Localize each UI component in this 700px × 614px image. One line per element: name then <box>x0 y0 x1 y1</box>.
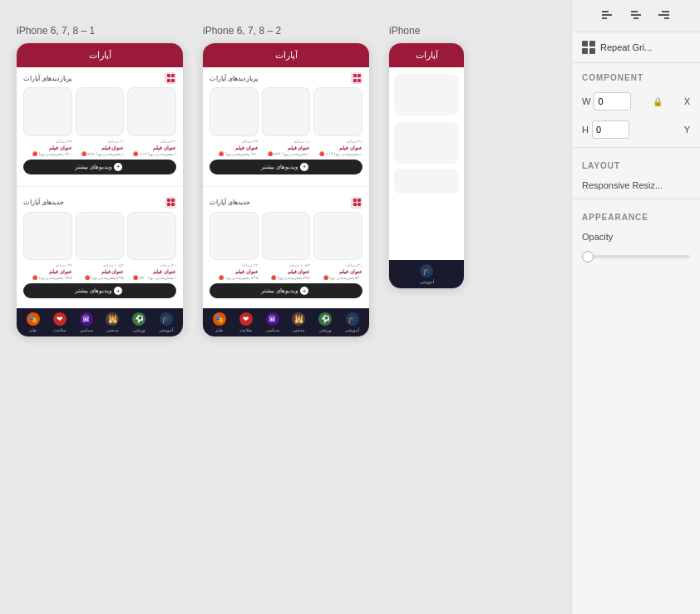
section-title-row-2-2: جدیدهای آپارات <box>210 197 362 209</box>
nav-icon-art-1: 🎭 <box>27 312 40 326</box>
card-episode-2-1-2: ۱۱ دنباله <box>262 139 311 144</box>
panel-w-input[interactable] <box>594 92 631 111</box>
nav-icon-edu-3: 🎓 <box>420 264 433 278</box>
nav-item-2-5[interactable]: ❤ سلامت <box>239 312 253 332</box>
nav-icon-pol-2: 🏛 <box>266 312 279 326</box>
svg-rect-8 <box>664 17 669 19</box>
responsive-resize-label: Responsive Resiz... <box>582 180 663 190</box>
grid-icon-2-1 <box>351 72 362 84</box>
nav-label-pol-1: سیاسی <box>80 327 93 332</box>
opacity-slider[interactable] <box>582 255 690 258</box>
repeat-grid-icon <box>582 41 595 54</box>
panel-w-x-row: W 🔒 X <box>572 87 700 115</box>
phone-label-2: iPhone 6, 7, 8 – 2 <box>203 25 281 37</box>
more-btn-2-1[interactable]: + ویدیوهای بیشتر <box>210 160 362 174</box>
nav-icon-health-2: ❤ <box>239 312 253 326</box>
phones-container: iPhone 6, 7, 8 – 1 آپارات پربازدیدهای آپ… <box>17 17 555 336</box>
card-item-1-1-1: ۳۱ دنباله عنوان فیلم ۱ پخش‌شدن پویا ۶۱۲ … <box>127 87 176 156</box>
card-episode-1-2-1: ۳۱ دنباله <box>127 263 176 268</box>
align-right-icon[interactable] <box>655 7 673 25</box>
section-title-1-2: جدیدهای آپارات <box>23 199 64 206</box>
nav-item-1-5[interactable]: ❤ سلامت <box>53 312 67 332</box>
appearance-section-title: APPEARANCE <box>572 203 700 227</box>
nav-icon-edu-2: 🎓 <box>346 312 359 326</box>
divider-1 <box>17 186 183 187</box>
nav-item-1-1[interactable]: 🎓 آموزشی <box>159 312 173 332</box>
phone-frame-1: آپارات پربازدیدهای آپارات ۳۱ دنباله عنو <box>17 43 183 336</box>
nav-label-art-1: طنز <box>29 327 37 332</box>
opacity-row: Opacity <box>572 227 700 267</box>
section-title-1: پربازدیدهای آپارات <box>23 75 71 82</box>
phone-bottom-nav-1: 🎓 آموزشی ⚽ ورزشی 🕌 مذهبی 🏛 سیاسی <box>17 308 183 336</box>
repeat-grid-btn[interactable]: Repeat Gri... <box>572 32 700 63</box>
plus-icon-1-1: + <box>114 163 122 171</box>
panel-x-group: X <box>684 96 690 106</box>
align-left-icon[interactable] <box>599 7 617 25</box>
nav-item-2-4[interactable]: 🏛 سیاسی <box>266 312 279 332</box>
responsive-resize-row: Responsive Resiz... <box>572 175 700 195</box>
svg-rect-7 <box>658 14 669 16</box>
card-title-1-1-2: عنوان فیلم <box>76 145 125 150</box>
nav-label-pol-2: سیاسی <box>266 327 279 332</box>
card-thumb-1-2-1 <box>127 212 176 261</box>
align-center-icon[interactable] <box>627 7 645 25</box>
panel-x-label: X <box>684 96 690 106</box>
more-btn-2-2[interactable]: + ویدیوهای بیشتر <box>210 283 362 298</box>
card-item-1-1-2: ۱۲ دنباله عنوان فیلم ۱ پخش‌شدن پویا ۵۲۸ … <box>76 87 125 156</box>
card-thumb-1-2-3 <box>23 212 72 261</box>
panel-w-label: W <box>582 96 590 106</box>
panel-h-input[interactable] <box>592 120 629 139</box>
card-episode-1-2-2: ۱۰۵۳ دنباله <box>76 263 125 268</box>
card-item-2-1-3: ۳۲ دنباله عنوان فیلم ۷۲۰ پخش‌شدن پویا 🔴 <box>210 87 259 156</box>
repeat-grid-label: Repeat Gri... <box>600 42 652 52</box>
card-episode-2-1-1: ۳۱ دنباله <box>313 139 362 144</box>
card-item-2-2-3: ۳۲ دنباله عنوان فیلم ۷۴۵ پخش‌شدن پویا 🔴 <box>210 212 259 281</box>
phone-section-2-1: پربازدیدهای آپارات ۳۱ دنباله عنوان فیلم … <box>203 67 369 184</box>
card-meta-1-1-2: ۱ پخش‌شدن پویا ۵۲۸ 🔴 <box>76 151 125 156</box>
layout-section-title: LAYOUT <box>572 151 700 175</box>
nav-item-1-6[interactable]: 🎭 طنز <box>27 312 40 332</box>
nav-icon-edu-1: 🎓 <box>160 312 173 326</box>
panel-divider-1 <box>572 147 700 148</box>
section-title-2-1: پربازدیدهای آپارات <box>210 75 258 82</box>
nav-item-1-4[interactable]: 🏛 سیاسی <box>80 312 93 332</box>
nav-item-2-2[interactable]: ⚽ ورزشی <box>318 312 332 332</box>
more-btn-1-2[interactable]: + ویدیوهای بیشتر <box>23 283 176 298</box>
nav-icon-sport-1: ⚽ <box>132 312 145 326</box>
nav-icon-health-1: ❤ <box>53 312 67 326</box>
card-meta-1-1-1: ۱ پخش‌شدن پویا ۶۱۲ 🔴 <box>127 151 176 156</box>
nav-item-2-1[interactable]: 🎓 آموزشی <box>345 312 359 332</box>
lock-icon[interactable]: 🔒 <box>653 97 663 106</box>
card-episode-2-2-3: ۳۲ دنباله <box>210 263 259 268</box>
card-title-1-2-2: عنوان فیلم <box>76 268 125 274</box>
phone-frame-1-wrapper: iPhone 6, 7, 8 – 1 آپارات پربازدیدهای آپ… <box>17 25 183 336</box>
section-title-row-1-2: جدیدهای آپارات <box>23 197 176 209</box>
card-meta-2-2-1: ۵۲۰ پخش‌شدن پویا 🔴 <box>313 275 362 280</box>
cards-row-1-2: ۳۱ دنباله عنوان فیلم ۱ پخش‌شدن پویا ۵۲۰ … <box>23 212 176 281</box>
panel-divider-2 <box>572 199 700 199</box>
more-btn-1-1[interactable]: + ویدیوهای بیشتر <box>23 160 176 174</box>
nav-item-1-3[interactable]: 🕌 مذهبی <box>106 312 119 332</box>
nav-icon-art-2: 🎭 <box>213 312 226 326</box>
nav-item-1-2[interactable]: ⚽ ورزشی <box>132 312 145 332</box>
nav-label-rel-2: مذهبی <box>293 327 305 332</box>
svg-rect-4 <box>631 14 641 16</box>
card-item-1-2-3: ۳۲ دنباله عنوان فیلم ۷۴۵ پخش‌شدن پویا 🔴 <box>23 212 72 281</box>
cards-row-1-1: ۳۱ دنباله عنوان فیلم ۱ پخش‌شدن پویا ۶۱۲ … <box>23 87 176 156</box>
phone-header-2: آپارات <box>203 43 369 67</box>
grid-icon-1-2 <box>165 197 176 209</box>
section-title-row-1: پربازدیدهای آپارات <box>23 72 176 84</box>
phone-bottom-nav-2: 🎓 آموزشی ⚽ ورزشی 🕌 مذهبی 🏛 سیاسی <box>203 308 369 336</box>
nav-item-2-3[interactable]: 🕌 مذهبی <box>292 312 305 332</box>
nav-icon-pol-1: 🏛 <box>80 312 93 326</box>
card-title-1-1-1: عنوان فیلم <box>127 145 176 150</box>
card-episode-2-2-1: ۳۱ دنباله <box>313 263 362 268</box>
svg-rect-0 <box>602 11 609 12</box>
phone-frame-2-wrapper: iPhone 6, 7, 8 – 2 آپارات پربازدیدهای آپ… <box>203 25 369 336</box>
phone-section-1-2: جدیدهای آپارات ۳۱ دنباله عنوان فیلم ۱ پخ… <box>17 192 183 309</box>
panel-h-group: H <box>582 120 629 139</box>
nav-item-2-6[interactable]: 🎭 طنز <box>213 312 226 332</box>
nav-item-3-1[interactable]: 🎓 آموزشی <box>420 264 434 284</box>
svg-rect-6 <box>662 11 669 12</box>
canvas-area: iPhone 6, 7, 8 – 1 آپارات پربازدیدهای آپ… <box>0 0 571 614</box>
